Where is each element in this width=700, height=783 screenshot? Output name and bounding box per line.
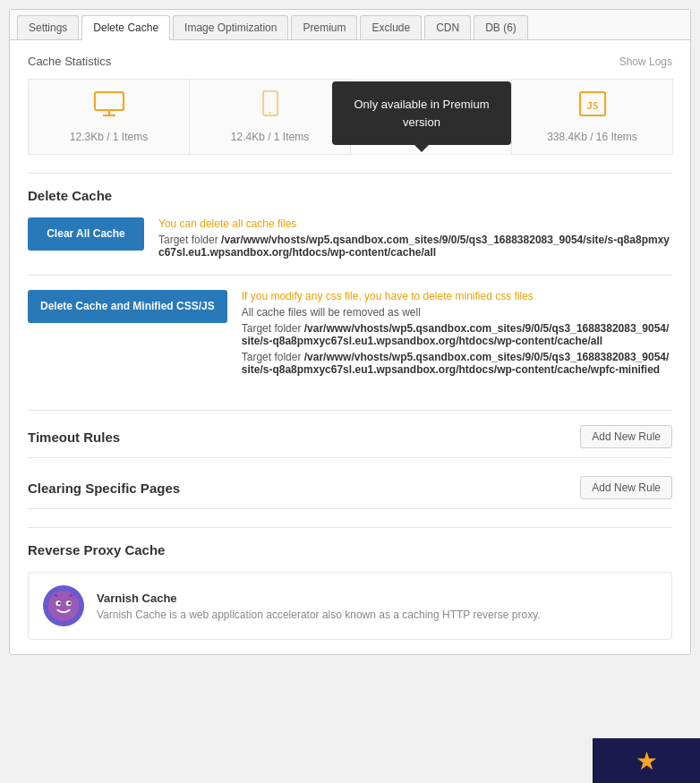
clearing-pages-section: Clearing Specific Pages Add New Rule <box>28 476 672 509</box>
svg-text:CSS: CSS <box>423 100 440 112</box>
cache-stats-header: Cache Statistics Show Logs <box>28 55 672 68</box>
divider-2 <box>28 410 672 411</box>
timeout-rules-add-btn[interactable]: Add New Rule <box>580 425 672 448</box>
divider-1 <box>28 173 672 174</box>
varnish-desc: Varnish Cache is a web application accel… <box>97 609 541 621</box>
monitor-icon <box>36 90 182 125</box>
varnish-icon <box>47 589 81 623</box>
clear-all-cache-row: Clear All Cache You can delete all cache… <box>28 217 672 276</box>
clear-all-cache-info: You can delete all cache files Target fo… <box>158 217 672 260</box>
stats-row: 12.3Kb / 1 Items 12.4Kb / 1 Items Only a… <box>28 79 672 155</box>
tab-exclude[interactable]: Exclude <box>360 15 422 39</box>
varnish-box: Varnish Cache Varnish Cache is a web app… <box>28 572 672 640</box>
star-icon: ★ <box>636 746 658 776</box>
cache-stats-title: Cache Statistics <box>28 55 111 68</box>
delete-minified-extra-line: All cache files will be removed as well <box>242 306 672 319</box>
varnish-info: Varnish Cache Varnish Cache is a web app… <box>97 592 541 621</box>
delete-minified-path2-line: Target folder /var/www/vhosts/wp5.qsandb… <box>242 351 672 376</box>
plugin-panel: Settings Delete Cache Image Optimization… <box>9 9 691 655</box>
delete-minified-cache-button[interactable]: Delete Cache and Minified CSS/JS <box>28 290 227 323</box>
stat-value-js: 338.4Kb / 16 Items <box>519 131 665 143</box>
varnish-avatar <box>43 585 84 626</box>
delete-minified-info-line: If you modify any css file, you have to … <box>242 290 672 302</box>
path2-prefix-2: Target folder <box>242 351 302 363</box>
show-logs-link[interactable]: Show Logs <box>619 55 672 68</box>
js-icon: JS <box>519 90 665 125</box>
reverse-proxy-section: Reverse Proxy Cache <box>28 542 672 640</box>
path2-value-1: /var/www/vhosts/wp5.qsandbox.com_sites/9… <box>242 322 670 347</box>
panel-content: Cache Statistics Show Logs 12.3Kb / 1 It… <box>10 40 690 654</box>
delete-minified-cache-row: Delete Cache and Minified CSS/JS If you … <box>28 290 672 392</box>
delete-minified-path1-line: Target folder /var/www/vhosts/wp5.qsandb… <box>242 322 672 347</box>
tab-premium[interactable]: Premium <box>291 15 357 39</box>
delete-cache-title: Delete Cache <box>28 188 672 203</box>
stat-box-mobile: 12.4Kb / 1 Items Only available in Premi… <box>189 79 351 155</box>
svg-rect-0 <box>95 92 124 110</box>
svg-point-9 <box>48 591 79 621</box>
divider-3 <box>28 527 672 528</box>
path2-prefix-1: Target folder <box>242 322 302 335</box>
svg-point-13 <box>68 602 71 605</box>
bottom-bar: ★ <box>593 738 700 783</box>
page-wrapper: Settings Delete Cache Image Optimization… <box>0 0 700 783</box>
timeout-rules-header: Timeout Rules Add New Rule <box>28 425 672 458</box>
svg-point-12 <box>58 602 61 605</box>
tabs-bar: Settings Delete Cache Image Optimization… <box>10 10 690 40</box>
path-prefix-1: Target folder <box>158 234 218 246</box>
varnish-name: Varnish Cache <box>97 592 541 605</box>
stat-box-css: CSS 278.2Kb / 9 Items <box>350 79 512 155</box>
clear-cache-info-line: You can delete all cache files <box>158 217 672 230</box>
timeout-rules-title: Timeout Rules <box>28 430 120 445</box>
css-icon: CSS <box>358 90 504 125</box>
stat-value-monitor: 12.3Kb / 1 Items <box>36 131 182 143</box>
mobile-icon <box>197 90 343 125</box>
delete-minified-cache-info: If you modify any css file, you have to … <box>242 290 672 378</box>
clear-cache-path-line: Target folder /var/www/vhosts/wp5.qsandb… <box>158 234 672 259</box>
tab-db[interactable]: DB (6) <box>474 15 528 39</box>
clearing-pages-header: Clearing Specific Pages Add New Rule <box>28 476 672 509</box>
tab-settings[interactable]: Settings <box>17 15 79 39</box>
svg-point-4 <box>269 112 270 114</box>
stat-value-mobile: 12.4Kb / 1 Items <box>197 131 343 143</box>
stat-box-js: JS 338.4Kb / 16 Items <box>511 79 673 155</box>
path-value-1: /var/www/vhosts/wp5.qsandbox.com_sites/9… <box>158 234 670 259</box>
clearing-pages-title: Clearing Specific Pages <box>28 481 180 496</box>
clear-all-cache-button[interactable]: Clear All Cache <box>28 217 144 251</box>
tab-delete-cache[interactable]: Delete Cache <box>81 15 170 40</box>
reverse-proxy-title: Reverse Proxy Cache <box>28 542 672 557</box>
tab-image-optimization[interactable]: Image Optimization <box>173 15 288 39</box>
timeout-rules-section: Timeout Rules Add New Rule <box>28 425 672 458</box>
stat-box-monitor: 12.3Kb / 1 Items <box>28 79 190 155</box>
tab-cdn[interactable]: CDN <box>424 15 471 39</box>
clearing-pages-add-btn[interactable]: Add New Rule <box>580 476 672 499</box>
path2-value-2: /var/www/vhosts/wp5.qsandbox.com_sites/9… <box>242 351 670 376</box>
svg-text:JS: JS <box>586 100 598 112</box>
stat-value-css: 278.2Kb / 9 Items <box>358 131 504 143</box>
